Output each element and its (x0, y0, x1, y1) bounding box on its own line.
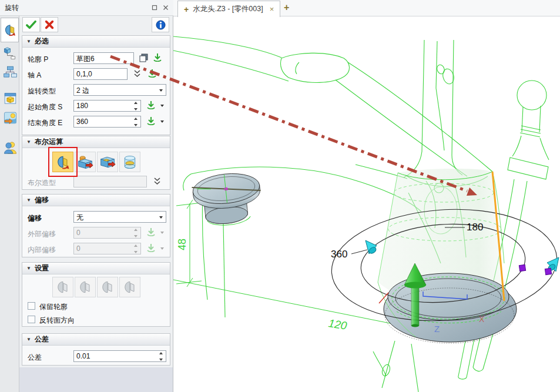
flip-face-checkbox[interactable] (28, 316, 35, 323)
start-angle-value: 180 (76, 102, 88, 110)
hierarchy-icon (4, 65, 17, 79)
window-cube-icon (4, 92, 17, 105)
people-icon (4, 140, 17, 154)
section-settings-header[interactable]: ▼设置 (22, 263, 170, 274)
boolean-remove-icon (99, 154, 116, 170)
axis-z-label: Z (434, 324, 440, 334)
pick-from-list-icon[interactable] (147, 69, 157, 78)
outer-offset-value: 0 (76, 229, 81, 237)
tolerance-value: 0.01 (76, 352, 90, 360)
revolve-type-row: 旋转类型 2 边 (22, 82, 170, 98)
angle-360-label: 360 (331, 249, 347, 260)
revolve-type-select[interactable]: 2 边 (73, 84, 166, 96)
dim-48: 48 (176, 239, 188, 250)
tab-manager-icon[interactable] (2, 65, 18, 79)
settings-option2-button[interactable] (75, 277, 96, 297)
section-tolerance-header[interactable]: ▼公差 (22, 334, 170, 346)
boolean-intersect-button[interactable] (119, 152, 140, 172)
offset-select[interactable]: 无 (73, 211, 166, 223)
chevron-double-down-icon[interactable] (133, 69, 142, 78)
boolean-remove-button[interactable] (97, 152, 118, 172)
offset-value: 无 (76, 213, 83, 222)
revolve-icon (3, 23, 17, 37)
end-angle-value: 360 (76, 118, 88, 126)
end-angle-label: 结束角度 E (28, 118, 62, 128)
check-icon (26, 20, 36, 29)
copy-icon[interactable] (139, 53, 149, 63)
revolve-dialog: ▼必选 轮廓 P 草图6 轴 A 0,1,0 旋转类型 2 边 起始角度 S 1… (19, 16, 173, 392)
panel-empty-area (19, 367, 173, 392)
ok-button[interactable] (22, 17, 40, 32)
offset-label: 偏移 (28, 213, 42, 223)
section-boolean-header[interactable]: ▼布尔运算 (22, 136, 170, 148)
gray-revolve-icon (55, 279, 71, 296)
inner-offset-row: 内部偏移 0 (22, 241, 170, 257)
tab-window-icon[interactable] (2, 91, 18, 105)
dialog-title: 旋转 (5, 3, 19, 13)
start-angle-input[interactable]: 180 (73, 100, 141, 112)
settings-option1-button[interactable] (52, 277, 73, 297)
tab-document[interactable]: + 水龙头.Z3 - [零件003] × (177, 1, 280, 17)
boolean-add-button[interactable] (75, 152, 96, 172)
tab-revolve-icon[interactable] (1, 18, 19, 42)
image-icon (4, 111, 17, 125)
gray-revolve-icon (77, 279, 93, 296)
boolean-add-icon (77, 154, 93, 170)
dropdown-caret-icon (160, 247, 164, 250)
tab-user-icon[interactable] (2, 140, 18, 154)
pick-from-list-icon[interactable] (153, 53, 162, 62)
keep-profile-checkbox[interactable] (28, 302, 35, 310)
section-offset-header[interactable]: ▼偏移 (22, 195, 170, 206)
dropdown-caret-icon[interactable] (160, 105, 164, 107)
offset-row: 偏移 无 (22, 209, 170, 225)
profile-input[interactable]: 草图6 (73, 52, 134, 64)
base-disc (378, 273, 517, 343)
dialog-titlebar: 旋转 (0, 0, 173, 16)
knob-shaded (191, 170, 264, 228)
cancel-button[interactable] (41, 17, 58, 32)
viewport[interactable]: 48 120 X Z 180 360 (173, 16, 560, 392)
angle-180-label: 180 (467, 222, 483, 233)
dropdown-caret-icon[interactable] (160, 120, 164, 123)
flip-face-label: 反转面方向 (39, 316, 75, 326)
feature-tab-strip (0, 16, 19, 392)
outer-offset-input: 0 (73, 227, 141, 239)
section-settings-label: 设置 (35, 263, 49, 273)
section-settings: ▼设置 保留轮廓 反转面方向 (22, 262, 170, 327)
tolerance-input[interactable]: 0.01 (73, 350, 166, 362)
settings-option3-button[interactable] (97, 277, 118, 297)
profile-row: 轮廓 P 草图6 (22, 51, 170, 66)
dim-120: 120 (327, 317, 348, 332)
revolve-type-label: 旋转类型 (28, 86, 56, 96)
inner-offset-label: 内部偏移 (28, 245, 56, 255)
axis-input[interactable]: 0,1,0 (73, 68, 128, 80)
axis-x-label: X (479, 314, 485, 324)
settings-option4-button[interactable] (119, 277, 140, 297)
pick-from-list-icon[interactable] (146, 116, 156, 126)
outer-offset-label: 外部偏移 (28, 229, 56, 239)
dropdown-caret-icon (159, 216, 163, 219)
section-boolean-label: 布尔运算 (35, 137, 63, 147)
pick-from-list-icon (146, 227, 156, 237)
boolean-shape-row: 布尔造型 (22, 175, 170, 191)
outer-offset-row: 外部偏移 0 (22, 225, 170, 241)
spinner-icon[interactable] (157, 352, 165, 361)
float-icon[interactable] (152, 5, 157, 11)
close-dialog-icon[interactable] (163, 5, 169, 11)
section-required-header[interactable]: ▼必选 (22, 36, 170, 48)
spinner-icon[interactable] (132, 118, 139, 126)
chevron-double-down-icon[interactable] (153, 177, 162, 186)
section-tolerance: ▼公差 公差 0.01 (22, 333, 170, 366)
document-tabbar: + 水龙头.Z3 - [零件003] × + (173, 0, 560, 16)
spinner-icon[interactable] (132, 102, 139, 110)
start-angle-label: 起始角度 S (28, 102, 62, 112)
new-tab-button[interactable]: + (284, 2, 289, 13)
pick-from-list-icon[interactable] (146, 100, 156, 110)
tab-visualize-icon[interactable] (2, 110, 18, 125)
tab-title: 水龙头.Z3 - [零件003] (193, 4, 263, 14)
info-button[interactable] (152, 17, 169, 32)
end-angle-input[interactable]: 360 (73, 116, 141, 128)
section-offset-label: 偏移 (35, 195, 49, 205)
tab-close-icon[interactable]: × (270, 5, 274, 14)
tab-history-icon[interactable] (2, 45, 18, 59)
